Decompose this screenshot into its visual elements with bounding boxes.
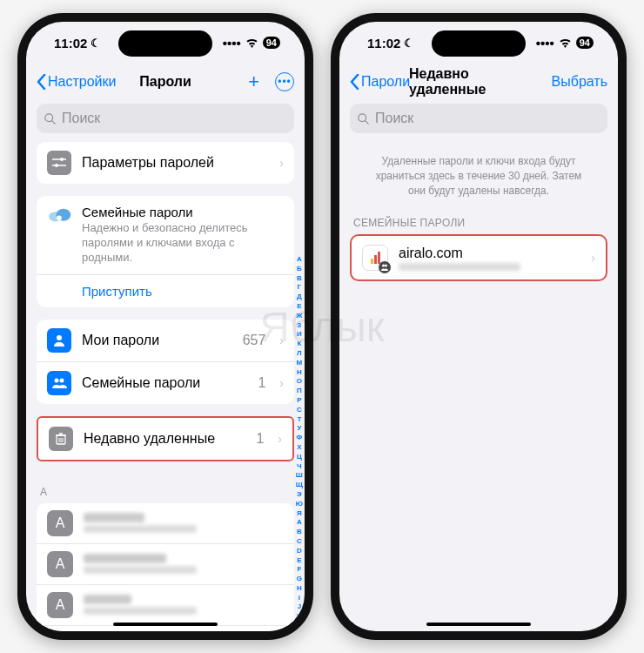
- back-button[interactable]: Настройки: [37, 74, 116, 90]
- phone-right: 11:02 ☾ •••• 94 Пароли Недавно удаленные…: [331, 13, 627, 640]
- select-button[interactable]: Выбрать: [552, 74, 607, 90]
- dynamic-island: [432, 30, 526, 57]
- chevron-right-icon: ›: [279, 156, 284, 170]
- promo-title: Семейные пароли: [82, 205, 284, 219]
- search-placeholder: Поиск: [62, 111, 100, 126]
- wifi-icon: [559, 36, 572, 50]
- signal-dots-icon: ••••: [223, 36, 241, 50]
- section-header-a: A: [37, 474, 294, 503]
- svg-point-21: [385, 265, 387, 267]
- more-button[interactable]: •••: [275, 72, 294, 91]
- svg-point-8: [57, 215, 62, 220]
- nav-bar: Настройки Пароли + •••: [26, 64, 305, 100]
- family-passwords-promo: Семейные пароли Надежно и безопасно дели…: [37, 196, 294, 274]
- password-list: A A A A A A: [37, 503, 294, 631]
- chevron-right-icon: ›: [591, 251, 595, 265]
- password-settings-row[interactable]: Параметры паролей ›: [37, 142, 294, 184]
- row-label: Мои пароли: [82, 333, 232, 348]
- row-count: 1: [256, 431, 264, 447]
- settings-sliders-icon: [47, 151, 71, 175]
- search-input[interactable]: Поиск: [37, 104, 294, 133]
- home-indicator[interactable]: [113, 623, 218, 626]
- deleted-item-row[interactable]: airalo.com ›: [352, 236, 606, 279]
- promo-desc: Надежно и безопасно делитесь паролями и …: [82, 221, 284, 266]
- info-text: Удаленные пароли и ключи входа будут хра…: [350, 142, 607, 205]
- search-input[interactable]: Поиск: [350, 104, 607, 133]
- back-button[interactable]: Пароли: [350, 74, 410, 90]
- status-time: 11:02: [54, 36, 87, 50]
- battery-icon: 94: [576, 37, 594, 49]
- svg-point-5: [55, 164, 58, 167]
- svg-point-3: [60, 158, 64, 161]
- dnd-moon-icon: ☾: [91, 37, 101, 50]
- start-button[interactable]: Приступить: [37, 274, 294, 307]
- family-passwords-row[interactable]: Семейные пароли 1 ›: [37, 361, 294, 404]
- site-icon: [362, 245, 388, 271]
- section-header: СЕМЕЙНЫЕ ПАРОЛИ: [350, 205, 607, 234]
- svg-point-9: [57, 335, 62, 340]
- avatar: A: [47, 510, 73, 536]
- people-icon: [47, 371, 71, 395]
- list-item[interactable]: A: [37, 584, 294, 625]
- row-count: 657: [243, 333, 266, 348]
- trash-icon: [49, 427, 73, 451]
- chevron-right-icon: ›: [279, 333, 284, 347]
- back-label: Пароли: [361, 74, 410, 90]
- svg-point-11: [60, 378, 64, 382]
- status-time: 11:02: [367, 36, 400, 50]
- list-item[interactable]: A: [37, 543, 294, 584]
- cloud-icon: [47, 205, 71, 224]
- row-count: 1: [258, 375, 265, 391]
- row-label: Параметры паролей: [82, 155, 265, 171]
- person-icon: [47, 328, 71, 353]
- alpha-index[interactable]: АБВГДЕЖЗИКЛМНОПРСТУФХЦЧШЩЭЮЯABCDEFGHIJKL…: [296, 255, 303, 631]
- blurred-email: [399, 263, 520, 271]
- dynamic-island: [118, 30, 212, 57]
- svg-line-19: [365, 120, 368, 124]
- svg-point-20: [382, 265, 385, 267]
- recently-deleted-row[interactable]: Недавно удаленные 1 ›: [38, 418, 292, 460]
- back-label: Настройки: [48, 74, 116, 90]
- page-title: Пароли: [139, 74, 191, 90]
- shared-badge-icon: [379, 261, 391, 273]
- signal-dots-icon: ••••: [536, 36, 554, 50]
- site-name: airalo.com: [399, 246, 577, 261]
- row-label: Семейные пароли: [82, 375, 247, 391]
- row-label: Недавно удаленные: [84, 431, 245, 447]
- my-passwords-row[interactable]: Мои пароли 657 ›: [37, 320, 294, 361]
- wifi-icon: [245, 36, 258, 50]
- dnd-moon-icon: ☾: [404, 37, 414, 50]
- chevron-right-icon: ›: [278, 432, 282, 446]
- add-button[interactable]: +: [248, 71, 259, 93]
- page-title: Недавно удаленные: [409, 66, 548, 98]
- list-item[interactable]: A: [37, 503, 294, 543]
- battery-icon: 94: [263, 37, 280, 49]
- chevron-right-icon: ›: [279, 376, 284, 390]
- home-indicator[interactable]: [426, 623, 531, 626]
- phone-left: 11:02 ☾ •••• 94 Настройки Пароли + •••: [17, 13, 313, 640]
- svg-point-10: [55, 378, 59, 382]
- nav-bar: Пароли Недавно удаленные Выбрать: [339, 64, 618, 100]
- avatar: A: [47, 551, 73, 577]
- avatar: A: [47, 592, 73, 618]
- search-placeholder: Поиск: [375, 111, 413, 126]
- svg-line-1: [51, 120, 55, 124]
